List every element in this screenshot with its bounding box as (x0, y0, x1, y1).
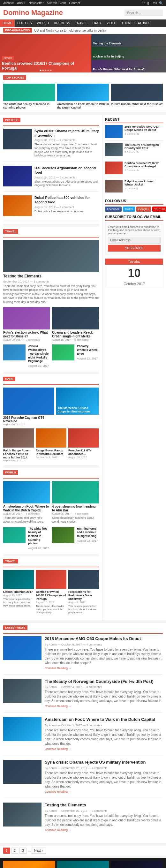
cars-feature[interactable]: The Mercedes E-Class Coupe is ultra luxu… (56, 388, 99, 426)
politics-title: POLITICS (3, 118, 21, 124)
latest-item-5-excerpt: There are some text copy here. You have … (45, 814, 163, 827)
nav-politics[interactable]: Politics (15, 20, 34, 27)
bottom-carousel-3[interactable]: Imagine Dragons make Grammy history with… (111, 861, 163, 868)
youtube-follow-btn[interactable]: YouTube (152, 207, 166, 212)
rss-icon[interactable]: rss (153, 1, 157, 5)
nav-world[interactable]: World (34, 20, 52, 27)
search-icon[interactable]: 🔍 (159, 1, 163, 5)
latest-item-2-continue[interactable]: Continue Reading → (45, 705, 163, 708)
travel-three-col-1[interactable]: Lisbon Triathlon 2017 August 15, 2017 Th… (3, 570, 34, 615)
subscribe-submit-btn[interactable]: SUBSCRIBE (108, 245, 161, 252)
facebook-icon[interactable]: f (142, 1, 143, 5)
latest-item-1[interactable]: 2018 Mercedes-AMG C63 Coupe Makes Its De… (3, 636, 163, 675)
facebook-follow-btn[interactable]: Facebook (105, 207, 122, 212)
recent-item-3[interactable]: Benfica crowned 2016/17 Champions of Por… (105, 161, 163, 177)
travel-three-col-3[interactable]: Preparations for Preliminary Draw underw… (68, 570, 99, 615)
page-btn-1[interactable]: 1 (3, 847, 10, 854)
nav-travel[interactable]: Travel (72, 20, 90, 27)
nav-daily[interactable]: Daily (90, 20, 104, 27)
world-small-2[interactable]: Running tours add a workout to sightseei… (52, 527, 99, 551)
topbar-link-newsletter[interactable]: Newsletter (29, 1, 44, 5)
page-btn-3[interactable]: 3 (20, 847, 27, 854)
cars-related-1[interactable]: Ralph Range Rover Lanches a little bit m… (3, 428, 34, 462)
nav-business[interactable]: Business (52, 20, 73, 27)
politics-article-2-img (3, 166, 32, 186)
twitter-icon[interactable]: t (144, 1, 145, 5)
world-article-1-excerpt: There are some text copy here about Amst… (3, 516, 50, 524)
recent-item-1-body: 2018 Mercedes-AMG C63 Coupe Makes Its De… (125, 125, 163, 138)
page-btn-next[interactable]: Next » (32, 847, 46, 854)
world-small-2-title: Running tours add a workout to sightseei… (77, 527, 99, 538)
latest-item-2[interactable]: The Beauty of Norwegian Countryside (Ful… (3, 679, 163, 713)
world-article-1[interactable]: Amsterdam on Foot: Where to Walk in the … (3, 481, 50, 524)
page-btn-2[interactable]: 2 (11, 847, 19, 854)
nav-theme[interactable]: Theme Features (119, 20, 153, 27)
travel-three-col-3-img (68, 570, 99, 589)
bottom-carousel-2[interactable]: The Beauty of Norwegian Countryside (Ful… (57, 861, 109, 868)
recent-item-2[interactable]: The Beauty of Norwegian Countryside 2017… (105, 143, 163, 159)
recent-item-1[interactable]: 2018 Mercedes-AMG C63 Coupe Makes Its De… (105, 125, 163, 141)
search-input[interactable] (125, 9, 163, 16)
politics-article-1[interactable]: Syria crisis: Obama rejects US military … (3, 129, 99, 162)
latest-item-3-continue[interactable]: Continue Reading → (45, 747, 163, 750)
travel-related-1[interactable]: Putin's election victory: What next for … (3, 307, 50, 341)
dot-4[interactable] (47, 70, 49, 71)
topbar-link-contact[interactable]: Contact (69, 1, 80, 5)
latest-item-3-meta: By Admin — October 1, 2017 — 5 comments (45, 724, 163, 727)
topbar-link-archive[interactable]: Archive (3, 1, 14, 5)
latest-item-3[interactable]: Amsterdam on Foot: Where to Walk in the … (3, 717, 163, 755)
latest-item-1-meta: By Admin — October 5, 2017 — 4 comments (45, 643, 163, 646)
dot-5[interactable] (50, 70, 52, 71)
travel-small-2[interactable]: Podiatry: Where's Where to go August 12,… (52, 344, 99, 368)
world-small-1[interactable]: The white-hot beauty of Iceland in stunn… (3, 527, 50, 551)
dot-1[interactable] (40, 70, 41, 71)
dot-2[interactable] (42, 70, 44, 71)
twitter-follow-btn[interactable]: Twitter (123, 207, 135, 212)
cars-related-2[interactable]: Range Rover Raoop in Victoria Beckham Se… (36, 428, 66, 462)
latest-item-4[interactable]: Syria crisis: Obama rejects US military … (3, 760, 163, 798)
travel-main-article[interactable]: Testing the Elements September 10, 2017 … (3, 240, 99, 304)
main-nav: Home Politics World Business Travel Dail… (0, 20, 166, 27)
politics-article-3-img (3, 195, 32, 216)
dot-3[interactable] (45, 70, 46, 71)
latest-item-5-continue[interactable]: Continue Reading → (45, 829, 163, 832)
hero-side-item-1[interactable]: Testing the Elements (91, 34, 166, 47)
travel-related-row: Putin's election victory: What next for … (3, 307, 99, 341)
gplus-follow-btn[interactable]: Google+ (136, 207, 151, 212)
latest-item-3-body: Amsterdam on Foot: Where to Walk in the … (45, 717, 163, 750)
topbar-link-submit[interactable]: Submit Event (47, 1, 66, 5)
subscribe-email-input[interactable] (108, 237, 161, 244)
latest-item-4-excerpt: There are some text copy here. You have … (45, 771, 163, 789)
cars-related-3[interactable]: Porsche 911 GT4 announces... August 30, … (68, 428, 99, 462)
nav-home[interactable]: Home (0, 20, 15, 27)
recent-item-4[interactable]: Ralph Lauren Autumn Winter Jacket 1 Comm… (105, 180, 163, 195)
travel-three-col-1-img (3, 570, 34, 589)
hero-side-item-3[interactable]: Putin's Russia: What next for Russia? (91, 60, 166, 72)
nav-video[interactable]: Video (104, 20, 119, 27)
section-divider-2 (3, 224, 99, 227)
politics-article-2-title: U.S. accuses Afghanistan on second food (34, 166, 99, 175)
cars-main-article[interactable]: 2016 Porsche Cayman GT4 Revealed Septemb… (3, 388, 54, 426)
world-article-2[interactable]: 4 post showing how heading to Abu Bar Au… (52, 481, 99, 524)
politics-article-2[interactable]: U.S. accuses Afghanistan on second food … (3, 166, 99, 191)
latest-news-label: LATEST NEWS (3, 625, 28, 630)
latest-item-4-continue[interactable]: Continue Reading → (45, 790, 163, 793)
recent-item-2-img (105, 143, 123, 156)
travel-three-col-2-title: Benfica crowned 2016/17 Champions of Por… (36, 590, 66, 600)
hero-side-item-2[interactable]: nuclear talks in Beijing (91, 47, 166, 60)
top-story-2[interactable]: Amsterdam on Foot: Where to Walk in the … (57, 84, 109, 110)
latest-item-2-title: The Beauty of Norwegian Countryside (Ful… (45, 679, 163, 684)
top-story-1[interactable]: The white-hot beauty of Iceland in stunn… (3, 84, 55, 110)
topbar-link-about[interactable]: About (17, 1, 25, 5)
politics-article-3[interactable]: Dubai Police has 300 vehicles for second… (3, 195, 99, 220)
travel-related-2[interactable]: Obama and Leaders React: Orbán single-ni… (52, 307, 99, 341)
latest-item-5[interactable]: Testing the Elements By Admin — Septembe… (3, 803, 163, 836)
hero-main-item[interactable]: SPORT Benfica crowned 2016/17 Champions … (0, 34, 91, 72)
site-logo[interactable]: Domino Magazine (3, 9, 63, 17)
travel-small-1[interactable]: Jericka Wednesday's Two-day single-night… (3, 344, 50, 368)
bottom-carousel-1[interactable]: 2018 Mercedes-AMG C63 Coupe Makes Its De… (3, 861, 55, 868)
googleplus-icon[interactable]: g+ (147, 1, 151, 5)
top-story-3[interactable]: Putin's Russia: What next for Russia? (111, 84, 163, 110)
latest-item-1-continue[interactable]: Continue Reading → (45, 666, 163, 670)
travel-three-col-2[interactable]: Benfica crowned 2016/17 Champions of Por… (36, 570, 66, 615)
